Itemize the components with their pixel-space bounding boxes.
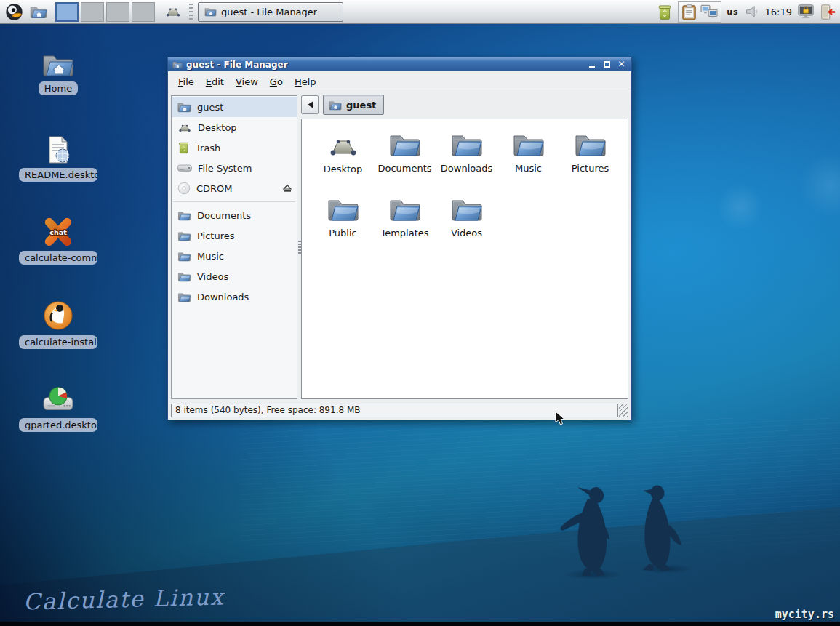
workspace-3[interactable] bbox=[106, 2, 129, 22]
folder-icon bbox=[451, 131, 483, 158]
water-ripples bbox=[240, 418, 840, 545]
sidebar-item-filesystem[interactable]: File System bbox=[172, 158, 297, 178]
sidebar-label: Desktop bbox=[198, 122, 237, 133]
file-manager-window: guest - File Manager ✕ File Edit View Go… bbox=[167, 57, 632, 420]
file-label: Music bbox=[515, 163, 542, 174]
desktop-icon-gparted[interactable]: gparted.desktop bbox=[18, 385, 98, 432]
folder-icon bbox=[389, 196, 421, 222]
lock-screen-icon[interactable] bbox=[797, 4, 815, 20]
taskbar-window-label: guest - File Manager bbox=[221, 7, 317, 17]
trash-tray-icon[interactable] bbox=[657, 4, 673, 20]
desktop-icon-label: README.desktop bbox=[19, 168, 97, 182]
workspace-4[interactable] bbox=[132, 2, 155, 22]
sidebar-item-downloads[interactable]: Downloads bbox=[172, 286, 297, 307]
svg-text:chat: chat bbox=[49, 228, 67, 236]
sidebar-item-desktop[interactable]: Desktop bbox=[172, 117, 297, 137]
wallpaper-brand-text: Calculate Linux bbox=[23, 583, 225, 614]
desktop-icon-readme[interactable]: README.desktop bbox=[18, 135, 98, 182]
file-icon-view[interactable]: Desktop Documents Downloads Music Pictur… bbox=[301, 119, 628, 399]
sidebar-item-guest[interactable]: guest bbox=[172, 97, 297, 117]
back-button[interactable] bbox=[301, 95, 319, 114]
desktop-icon-calculate-comm[interactable]: chat calculate-comm... bbox=[18, 217, 98, 265]
eject-icon[interactable] bbox=[282, 184, 292, 193]
tasklist-grip[interactable] bbox=[189, 4, 193, 20]
desktop-icon bbox=[177, 122, 192, 133]
desktop-icon bbox=[327, 134, 359, 158]
file-label: Templates bbox=[380, 228, 428, 238]
workspace-2[interactable] bbox=[81, 2, 104, 22]
sidebar-label: Documents bbox=[197, 210, 251, 221]
sidebar-item-music[interactable]: Music bbox=[172, 246, 297, 266]
sidebar-item-trash[interactable]: Trash bbox=[172, 137, 297, 158]
location-toolbar: guest bbox=[301, 92, 628, 117]
folder-home-icon bbox=[204, 7, 217, 17]
file-item-music[interactable]: Music bbox=[497, 128, 559, 193]
file-item-desktop[interactable]: Desktop bbox=[312, 128, 374, 193]
sidebar-item-pictures[interactable]: Pictures bbox=[172, 225, 297, 246]
file-item-documents[interactable]: Documents bbox=[374, 128, 436, 193]
folder-icon bbox=[177, 251, 191, 262]
sidebar-label: CDROM bbox=[196, 183, 233, 194]
minimize-button[interactable] bbox=[588, 60, 596, 68]
desktop-icon-label: calculate-install.... bbox=[19, 335, 97, 349]
cdrom-icon bbox=[177, 182, 191, 195]
sidebar-label: Videos bbox=[197, 271, 228, 282]
sidebar-item-documents[interactable]: Documents bbox=[172, 205, 297, 225]
menu-help[interactable]: Help bbox=[289, 73, 322, 90]
file-item-pictures[interactable]: Pictures bbox=[559, 128, 621, 193]
folder-home-icon bbox=[177, 101, 191, 113]
status-text-field: 8 items (540 bytes), Free space: 891.8 M… bbox=[171, 404, 618, 417]
trash-icon bbox=[177, 141, 190, 154]
system-tray: us 16:19 bbox=[657, 1, 837, 23]
window-title: guest - File Manager bbox=[186, 60, 585, 70]
folder-icon bbox=[389, 131, 421, 158]
sidebar-item-cdrom[interactable]: CDROM bbox=[172, 178, 297, 198]
volume-icon[interactable] bbox=[744, 4, 760, 20]
file-item-public[interactable]: Public bbox=[312, 193, 374, 257]
file-label: Desktop bbox=[324, 164, 363, 174]
sidebar-label: Trash bbox=[196, 143, 220, 153]
menu-edit[interactable]: Edit bbox=[200, 73, 230, 90]
desktop-icon-home[interactable]: Home bbox=[18, 51, 98, 95]
close-button[interactable]: ✕ bbox=[617, 60, 625, 68]
clipboard-icon[interactable] bbox=[681, 4, 697, 20]
clock[interactable]: 16:19 bbox=[765, 7, 792, 17]
desktop-icon bbox=[164, 5, 182, 18]
logout-icon[interactable] bbox=[820, 4, 836, 20]
taskbar-window-button[interactable]: guest - File Manager bbox=[198, 2, 343, 22]
window-resize-grip[interactable] bbox=[619, 404, 628, 417]
side-pane: guest Desktop Trash File System CDROM bbox=[171, 95, 297, 399]
menu-go[interactable]: Go bbox=[264, 73, 289, 90]
folder-icon bbox=[327, 196, 359, 222]
folder-home-icon bbox=[329, 100, 342, 111]
file-manager-launcher[interactable] bbox=[28, 1, 49, 22]
path-button-guest[interactable]: guest bbox=[323, 95, 384, 115]
menu-file[interactable]: File bbox=[172, 73, 200, 90]
folder-home-icon bbox=[42, 51, 74, 78]
file-item-templates[interactable]: Templates bbox=[374, 193, 436, 257]
xchat-icon: chat bbox=[42, 217, 74, 247]
file-item-videos[interactable]: Videos bbox=[436, 193, 497, 257]
maximize-button[interactable] bbox=[603, 60, 611, 68]
status-text: 8 items (540 bytes), Free space: 891.8 M… bbox=[175, 405, 361, 415]
sidebar-item-videos[interactable]: Videos bbox=[172, 266, 297, 286]
drive-icon bbox=[177, 163, 192, 173]
folder-home-icon bbox=[30, 4, 47, 19]
folder-icon bbox=[177, 271, 191, 282]
keyboard-layout-indicator[interactable]: us bbox=[727, 7, 738, 17]
network-icon[interactable] bbox=[700, 4, 718, 20]
titlebar[interactable]: guest - File Manager ✕ bbox=[168, 57, 631, 71]
file-item-downloads[interactable]: Downloads bbox=[436, 128, 497, 193]
workspace-pager bbox=[55, 2, 155, 22]
desktop-icon-calculate-install[interactable]: calculate-install.... bbox=[18, 300, 98, 349]
sidebar-separator bbox=[173, 201, 295, 202]
document-globe-icon bbox=[44, 135, 73, 164]
folder-icon bbox=[177, 210, 191, 221]
path-label: guest bbox=[346, 100, 376, 111]
show-desktop-button[interactable] bbox=[162, 1, 184, 22]
menu-view[interactable]: View bbox=[230, 73, 264, 90]
calculate-menu-button[interactable] bbox=[3, 1, 25, 22]
workspace-1[interactable] bbox=[55, 2, 79, 22]
calculate-logo-icon bbox=[5, 3, 23, 21]
wallpaper-watermark: mycity.rs bbox=[775, 608, 834, 621]
